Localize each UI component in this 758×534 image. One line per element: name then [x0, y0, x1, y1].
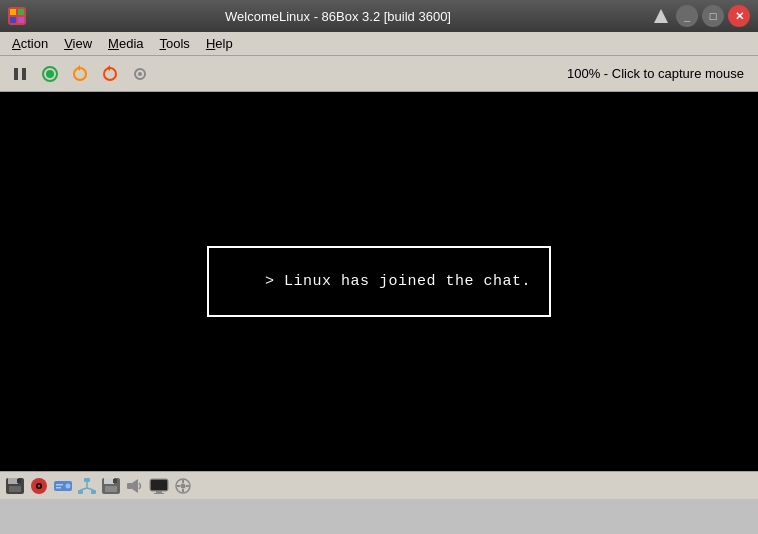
status-display[interactable]	[148, 475, 170, 497]
title-bar: WelcomeLinux - 86Box 3.2 [build 3600] _ …	[0, 0, 758, 32]
svg-rect-32	[104, 478, 114, 484]
status-misc[interactable]	[172, 475, 194, 497]
svg-point-20	[38, 484, 41, 487]
svg-rect-38	[151, 480, 167, 490]
settings-button[interactable]	[126, 60, 154, 88]
svg-rect-16	[17, 479, 21, 483]
maximize-icon-btn[interactable]	[650, 5, 672, 27]
svg-rect-26	[78, 490, 83, 494]
svg-rect-3	[10, 17, 16, 23]
menu-media[interactable]: Media	[100, 34, 151, 53]
status-sound[interactable]	[124, 475, 146, 497]
menu-view[interactable]: View	[56, 34, 100, 53]
window-controls: _ □ ✕	[650, 5, 750, 27]
svg-rect-7	[22, 68, 26, 80]
status-floppy-b[interactable]	[100, 475, 122, 497]
window-title: WelcomeLinux - 86Box 3.2 [build 3600]	[34, 9, 642, 24]
menu-tools[interactable]: Tools	[152, 34, 198, 53]
status-hdd[interactable]	[52, 475, 74, 497]
svg-rect-40	[154, 493, 164, 494]
svg-rect-25	[84, 478, 90, 482]
svg-marker-36	[132, 479, 138, 493]
menu-help[interactable]: Help	[198, 34, 241, 53]
minimize-button[interactable]: _	[676, 5, 698, 27]
capture-mouse-status: 100% - Click to capture mouse	[567, 66, 752, 81]
app-icon	[8, 7, 26, 25]
bios-message-text: > Linux has joined the chat.	[265, 273, 531, 290]
svg-rect-6	[14, 68, 18, 80]
svg-point-22	[66, 483, 71, 488]
svg-rect-17	[9, 486, 21, 492]
bios-message-box: > Linux has joined the chat.	[207, 246, 551, 317]
toolbar: 100% - Click to capture mouse	[0, 56, 758, 92]
svg-rect-1	[10, 9, 16, 15]
svg-marker-5	[654, 9, 668, 23]
svg-point-9	[46, 70, 54, 78]
svg-point-13	[138, 72, 142, 76]
pause-button[interactable]	[6, 60, 34, 88]
status-bar	[0, 471, 758, 499]
svg-rect-34	[105, 486, 117, 492]
svg-rect-23	[56, 484, 63, 486]
svg-rect-35	[127, 483, 132, 489]
svg-rect-24	[56, 487, 61, 489]
status-floppy-a[interactable]	[4, 475, 26, 497]
hard-reset-button[interactable]	[96, 60, 124, 88]
status-cdrom[interactable]	[28, 475, 50, 497]
svg-point-46	[181, 483, 186, 488]
svg-rect-27	[91, 490, 96, 494]
svg-rect-2	[18, 9, 24, 15]
svg-rect-39	[156, 491, 162, 493]
menu-bar: Action View Media Tools Help	[0, 32, 758, 56]
svg-line-29	[81, 488, 88, 490]
power-button[interactable]	[36, 60, 64, 88]
status-network[interactable]	[76, 475, 98, 497]
close-button[interactable]: ✕	[728, 5, 750, 27]
reset-button[interactable]	[66, 60, 94, 88]
menu-action[interactable]: Action	[4, 34, 56, 53]
maximize-button[interactable]: □	[702, 5, 724, 27]
svg-line-30	[87, 488, 94, 490]
emulator-screen[interactable]: > Linux has joined the chat.	[0, 92, 758, 471]
svg-rect-15	[8, 478, 18, 484]
svg-rect-4	[18, 17, 24, 23]
svg-rect-33	[113, 479, 117, 483]
